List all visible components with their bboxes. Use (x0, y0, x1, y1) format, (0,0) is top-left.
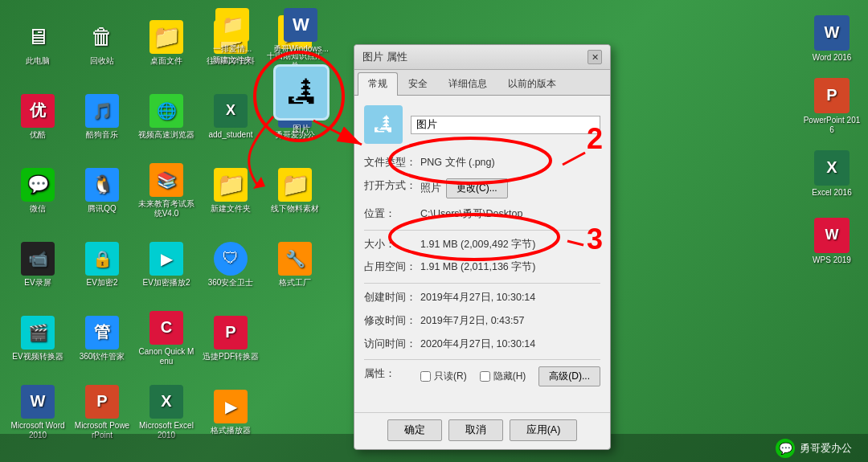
dialog-tabs: 常规 安全 详细信息 以前的版本 (354, 70, 610, 96)
right-sidebar: W Word 2016 P PowerPoint 2016 X Excel 20… (796, 0, 868, 462)
change-button[interactable]: 更改(C)... (446, 178, 508, 198)
sidebar-item-youku[interactable]: 优 优酷 (6, 80, 69, 153)
created-label: 创建时间： (364, 290, 420, 305)
size-on-disk-label: 占用空间： (364, 260, 420, 275)
dialog-close-button[interactable]: ✕ (588, 50, 602, 64)
file-type-value: PNG 文件 (.png) (420, 155, 600, 170)
sidebar-item-desktop-file[interactable]: 📁 桌面文件 (135, 6, 198, 79)
sidebar-item-music[interactable]: 🎵 酷狗音乐 (71, 80, 133, 153)
sidebar-item-ev-plus[interactable]: 🔒 EV加密2 (71, 228, 133, 301)
size-label: 大小： (364, 237, 420, 252)
sidebar-item-browser[interactable]: 🌐 视频高速浏览器 (135, 80, 198, 153)
size-row: 大小： 1.91 MB (2,009,492 字节) (364, 237, 600, 252)
file-name-input[interactable] (411, 116, 600, 134)
sidebar-item-recycle[interactable]: 🗑 回收站 (71, 6, 133, 79)
ok-button[interactable]: 确定 (387, 419, 442, 441)
dialog-footer: 确定 取消 应用(A) (354, 412, 610, 449)
cancel-button[interactable]: 取消 (448, 419, 503, 441)
open-with-row: 打开方式： 照片 更改(C)... (364, 178, 600, 198)
advanced-button[interactable]: 高级(D)... (538, 366, 600, 386)
modified-label: 修改时间： (364, 313, 420, 329)
hidden-label: 隐藏(H) (493, 370, 526, 383)
location-row: 位置： C:\Users\勇哥\Desktop (364, 206, 600, 222)
hidden-checkbox-label[interactable]: 隐藏(H) (480, 370, 526, 383)
accessed-label: 访问时间： (364, 337, 420, 352)
dialog-body: 🏞 文件类型： PNG 文件 (.png) 打开方式： 照片 更改(C)... … (354, 96, 610, 412)
size-on-disk-value: 1.91 MB (2,011,136 字节) (420, 260, 600, 275)
sidebar-item-360safe[interactable]: 🛡 360安全卫士 (199, 228, 262, 301)
attrs-row: 属性： 只读(R) 隐藏(H) 高级(D)... (364, 366, 600, 395)
open-with-label: 打开方式： (364, 178, 420, 194)
open-with-value: 照片 (420, 181, 441, 196)
tab-security[interactable]: 安全 (398, 72, 438, 95)
dialog-titlebar: 图片 属性 ✕ (354, 45, 610, 70)
tab-previous-versions[interactable]: 以前的版本 (497, 72, 567, 95)
new-folder-desktop-icon[interactable]: 📁 一排爱情...新建文件夹 (212, 8, 252, 66)
desktop: 🖥 此电脑 🗑 回收站 📁 桌面文件 📁 往期同学资料 📁 十四期知识点汇总 优… (0, 0, 868, 462)
created-row: 创建时间： 2019年4月27日, 10:30:14 (364, 290, 600, 305)
file-big-icon: 🏞 (364, 105, 403, 144)
sidebar-item-ev-screen[interactable]: 📹 EV录屏 (6, 228, 69, 301)
pictures-desktop-icon[interactable]: 🏞 图片 (273, 64, 330, 135)
wechat-icon: 💬 (776, 439, 795, 458)
right-icon-wps2019[interactable]: W WPS 2019 (799, 209, 865, 273)
sidebar-item-format-factory[interactable]: 🔧 格式工厂 (264, 228, 326, 301)
readonly-checkbox-label[interactable]: 只读(R) (420, 370, 467, 383)
properties-dialog: 图片 属性 ✕ 常规 安全 详细信息 以前的版本 🏞 文件类型： PNG 文件 … (354, 44, 611, 450)
accessed-row: 访问时间： 2020年4月27日, 10:30:14 (364, 337, 600, 352)
sidebar-item-canon[interactable]: C Canon Quick Menu (135, 302, 198, 374)
location-label: 位置： (364, 206, 420, 222)
file-type-row: 文件类型： PNG 文件 (.png) (364, 155, 600, 170)
sidebar-item-future-edu[interactable]: 📚 未来教育考试系统V4.0 (135, 154, 198, 227)
sidebar-item-new-folder[interactable]: 📁 新建文件夹 (199, 154, 262, 227)
right-icon-ppt2016[interactable]: P PowerPoint 2016 (799, 74, 865, 138)
sidebar-item-ev-video[interactable]: 🎬 EV视频转换器 (6, 302, 69, 374)
hidden-checkbox[interactable] (480, 371, 490, 382)
open-with-value-row: 照片 更改(C)... (420, 178, 508, 198)
wechat-badge: 💬 勇哥爱办公 (776, 439, 852, 458)
apply-button[interactable]: 应用(A) (510, 419, 578, 441)
size-value: 1.91 MB (2,009,492 字节) (420, 237, 600, 252)
sidebar-item-360software[interactable]: 管 360软件管家 (71, 302, 133, 374)
attrs-checkboxes: 只读(R) 隐藏(H) 高级(D)... (420, 366, 600, 386)
sidebar-item-wechat[interactable]: 💬 微信 (6, 154, 69, 227)
accessed-value: 2020年4月27日, 10:30:14 (420, 337, 600, 352)
sidebar-item-qq[interactable]: 🐧 腾讯QQ (71, 154, 133, 227)
tab-general[interactable]: 常规 (358, 72, 398, 96)
sidebar-item-computer[interactable]: 🖥 此电脑 (6, 6, 69, 79)
readonly-checkbox[interactable] (420, 371, 431, 382)
yongge-windows-icon[interactable]: W 勇哥Windows... (273, 8, 329, 55)
sidebar-item-add-student[interactable]: X add_student (199, 80, 262, 153)
size-on-disk-row: 占用空间： 1.91 MB (2,011,136 字节) (364, 260, 600, 275)
location-value: C:\Users\勇哥\Desktop (420, 206, 600, 222)
wechat-label: 勇哥爱办公 (800, 441, 852, 456)
modified-value: 2019年7月2日, 0:43:57 (420, 313, 600, 329)
file-type-label: 文件类型： (364, 155, 420, 170)
attrs-label: 属性： (364, 366, 420, 382)
file-icon-row: 🏞 (364, 105, 600, 144)
tab-details[interactable]: 详细信息 (438, 72, 497, 95)
sidebar-item-material[interactable]: 📁 线下物料素材 (264, 154, 326, 227)
sidebar-item-ev-play[interactable]: ▶ EV加密播放2 (135, 228, 198, 301)
right-icon-excel2016[interactable]: X Excel 2016 (799, 141, 865, 206)
right-icon-word2016[interactable]: W Word 2016 (799, 6, 865, 71)
sidebar-item-pdf[interactable]: P 迅捷PDF转换器 (199, 302, 262, 374)
created-value: 2019年4月27日, 10:30:14 (420, 290, 600, 305)
modified-row: 修改时间： 2019年7月2日, 0:43:57 (364, 313, 600, 329)
dialog-title: 图片 属性 (362, 50, 407, 64)
readonly-label: 只读(R) (434, 370, 467, 383)
